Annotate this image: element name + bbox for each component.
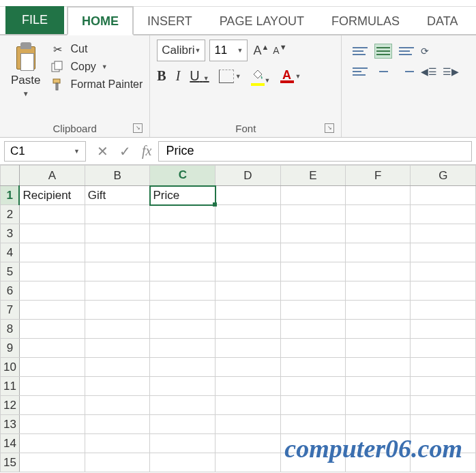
cell-E8[interactable] [280,320,345,339]
align-right-button[interactable] [398,64,415,79]
cell-B14[interactable] [85,434,150,453]
cell-E9[interactable] [280,339,345,358]
cell-E5[interactable] [280,262,345,281]
align-middle-button[interactable] [374,44,392,59]
cell-G3[interactable] [411,224,476,243]
cell-E4[interactable] [280,243,345,262]
cell-C8[interactable] [150,320,215,339]
cell-D15[interactable] [215,453,280,472]
row-header-13[interactable]: 13 [1,415,20,434]
cell-E2[interactable] [280,205,345,224]
cell-A2[interactable] [19,205,85,224]
tab-file[interactable]: FILE [5,6,64,34]
cell-A3[interactable] [19,224,85,243]
cell-A5[interactable] [19,262,85,281]
font-launcher[interactable]: ↘ [325,123,334,133]
cell-D12[interactable] [215,396,280,415]
column-header-E[interactable]: E [280,166,345,186]
cell-A10[interactable] [19,358,85,377]
align-top-button[interactable] [351,44,369,59]
cell-G6[interactable] [411,281,476,301]
column-header-D[interactable]: D [215,166,280,186]
cell-E3[interactable] [280,224,345,243]
cell-A13[interactable] [19,415,85,434]
cell-E12[interactable] [280,396,345,415]
cell-B12[interactable] [85,396,150,415]
cell-D4[interactable] [215,243,280,262]
shrink-font-button[interactable]: A▼ [271,42,288,59]
cell-F10[interactable] [346,358,411,377]
cell-B1[interactable]: Gift [85,186,150,205]
cell-B13[interactable] [85,415,150,434]
row-header-5[interactable]: 5 [1,262,20,281]
align-center-button[interactable] [374,64,392,79]
copy-button[interactable]: Copy ▼ [50,60,143,74]
row-header-12[interactable]: 12 [1,396,20,415]
align-bottom-button[interactable] [398,44,415,59]
cell-D5[interactable] [215,262,280,281]
cell-G9[interactable] [411,339,476,358]
cell-G10[interactable] [411,358,476,377]
format-painter-button[interactable]: Format Painter [50,78,143,91]
row-header-2[interactable]: 2 [1,205,20,224]
cell-D1[interactable] [215,186,280,205]
cell-C7[interactable] [150,301,215,320]
align-left-button[interactable] [351,64,369,79]
cell-D9[interactable] [215,339,280,358]
cell-G5[interactable] [411,262,476,281]
cell-F3[interactable] [346,224,411,243]
cell-D7[interactable] [215,301,280,320]
increase-indent-button[interactable]: ☰▶ [443,65,459,78]
cell-E7[interactable] [280,301,345,320]
cell-B15[interactable] [85,453,150,472]
cell-C13[interactable] [150,415,215,434]
cell-D14[interactable] [215,434,280,453]
cell-C11[interactable] [150,377,215,396]
cell-C4[interactable] [150,243,215,262]
cell-C15[interactable] [150,453,215,472]
tab-page-layout[interactable]: PAGE LAYOUT [206,7,318,34]
cell-C5[interactable] [150,262,215,281]
paste-button[interactable]: Paste ▼ [7,40,44,100]
cell-F12[interactable] [346,396,411,415]
cell-C6[interactable] [150,281,215,301]
row-header-14[interactable]: 14 [1,434,20,453]
row-header-10[interactable]: 10 [1,358,20,377]
italic-button[interactable]: I [176,68,181,84]
cell-A11[interactable] [19,377,85,396]
paste-dropdown-arrow[interactable]: ▼ [23,90,29,97]
cell-F5[interactable] [346,262,411,281]
cell-F6[interactable] [346,281,411,301]
cell-A8[interactable] [19,320,85,339]
formula-bar-input[interactable]: Price [158,141,472,162]
cell-F11[interactable] [346,377,411,396]
cell-E10[interactable] [280,358,345,377]
row-header-4[interactable]: 4 [1,243,20,262]
tab-data[interactable]: DATA [413,7,471,34]
cell-B8[interactable] [85,320,150,339]
cell-F4[interactable] [346,243,411,262]
cell-A6[interactable] [19,281,85,301]
row-header-15[interactable]: 15 [1,453,20,472]
cell-G7[interactable] [411,301,476,320]
row-header-9[interactable]: 9 [1,339,20,358]
row-header-7[interactable]: 7 [1,301,20,320]
row-header-8[interactable]: 8 [1,320,20,339]
grow-font-button[interactable]: A▲ [252,42,270,59]
name-box[interactable]: C1 ▼ [4,141,86,162]
cell-B4[interactable] [85,243,150,262]
cell-F7[interactable] [346,301,411,320]
cell-A4[interactable] [19,243,85,262]
cell-F9[interactable] [346,339,411,358]
cancel-formula-button[interactable]: ✕ [97,143,108,159]
column-header-A[interactable]: A [19,166,85,186]
cell-D11[interactable] [215,377,280,396]
cell-F1[interactable] [346,186,411,205]
bold-button[interactable]: B [157,68,166,84]
cell-G4[interactable] [411,243,476,262]
cell-C1[interactable]: Price [150,186,215,205]
cell-A7[interactable] [19,301,85,320]
cell-E1[interactable] [280,186,345,205]
cell-D2[interactable] [215,205,280,224]
cell-C14[interactable] [150,434,215,453]
